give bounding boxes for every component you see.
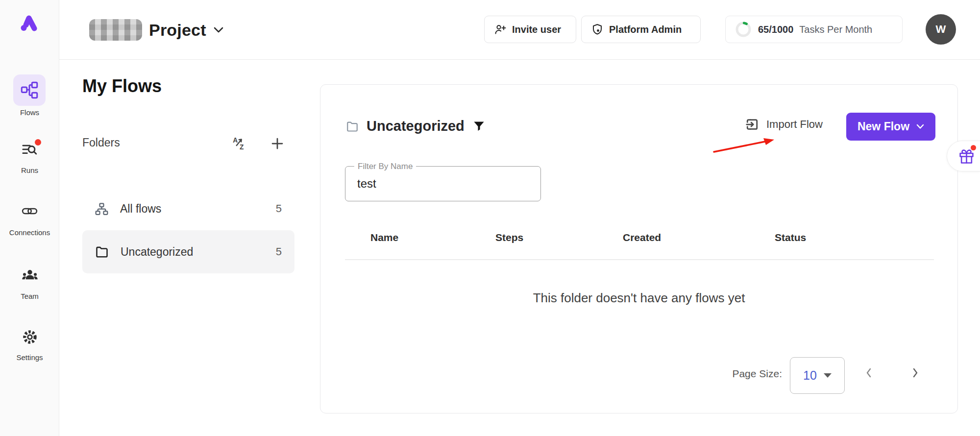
page-size-label: Page Size: (732, 368, 782, 380)
chevron-down-icon (916, 124, 924, 129)
folder-icon (95, 245, 109, 259)
tasks-usage-caption: Tasks Per Month (799, 24, 872, 35)
activepieces-logo-icon[interactable] (14, 9, 43, 38)
column-header-steps: Steps (495, 232, 523, 243)
flows-table-card: Uncategorized Import Flow New Flow (320, 84, 958, 413)
invite-user-button[interactable]: Invite user (484, 16, 576, 43)
sidebar: Flows Runs Connections (0, 0, 59, 436)
runs-notification-dot (35, 139, 41, 145)
sidebar-item-settings[interactable] (22, 329, 38, 347)
user-plus-icon (494, 24, 506, 35)
svg-text:Z: Z (240, 144, 244, 151)
new-flow-label: New Flow (858, 120, 909, 133)
sidebar-item-label: Runs (0, 166, 59, 174)
censored-project-name (89, 19, 142, 41)
table-header-row: Name Steps Created Status (320, 232, 957, 251)
next-page-button[interactable] (908, 364, 922, 382)
folder-count: 5 (276, 245, 282, 258)
project-title: Project (149, 21, 206, 40)
folder-name: All flows (120, 202, 161, 216)
card-folder-title: Uncategorized (367, 118, 465, 134)
folder-count: 5 (276, 202, 282, 215)
gift-icon (959, 149, 974, 164)
table-header-divider (345, 259, 934, 260)
sidebar-item-label: Settings (0, 353, 59, 362)
folder-item-uncategorized[interactable]: Uncategorized 5 (82, 230, 294, 273)
sidebar-item-label: Flows (0, 108, 59, 117)
filter-by-name-field: Filter By Name (345, 166, 541, 201)
folder-name: Uncategorized (121, 245, 193, 259)
project-switcher[interactable]: Project (89, 14, 224, 46)
user-avatar[interactable]: W (926, 14, 956, 45)
shield-icon (591, 24, 603, 35)
page-title: My Flows (82, 76, 162, 97)
tasks-usage-value: 65/1000 (758, 24, 793, 35)
folders-section-label: Folders (82, 136, 120, 149)
platform-admin-button[interactable]: Platform Admin (581, 16, 701, 43)
page-size-value: 10 (803, 368, 817, 383)
workflow-icon (21, 81, 38, 101)
sidebar-item-connections[interactable] (21, 204, 38, 220)
import-icon (745, 117, 760, 132)
all-flows-icon (95, 202, 108, 216)
import-flow-button[interactable]: Import Flow (745, 117, 823, 132)
chevron-down-icon (213, 26, 224, 33)
svg-text:A: A (233, 137, 238, 144)
previous-page-button[interactable] (862, 364, 876, 382)
folder-item-all-flows[interactable]: All flows 5 (82, 191, 294, 226)
import-flow-label: Import Flow (766, 118, 823, 131)
column-header-name: Name (370, 232, 398, 243)
column-header-created: Created (623, 232, 661, 243)
sidebar-item-runs[interactable] (22, 142, 38, 161)
platform-admin-label: Platform Admin (609, 24, 682, 35)
gift-notification-dot (971, 145, 976, 150)
folder-icon (346, 120, 359, 133)
top-header: Project Invite user Plat (59, 0, 980, 60)
empty-state-message: This folder doesn't have any flows yet (320, 291, 957, 306)
sidebar-item-team[interactable] (22, 267, 38, 284)
filter-funnel-icon[interactable] (472, 120, 486, 133)
add-folder-button[interactable] (270, 136, 285, 151)
caret-down-icon (824, 373, 832, 378)
activepieces-app: Flows Runs Connections (0, 0, 980, 436)
filter-by-name-input[interactable] (357, 167, 529, 201)
tasks-usage-pill[interactable]: 65/1000 Tasks Per Month (725, 16, 903, 43)
sidebar-item-label: Connections (0, 228, 59, 237)
sidebar-item-label: Team (0, 292, 59, 300)
column-header-status: Status (775, 232, 806, 243)
progress-ring-icon (735, 21, 752, 38)
whats-new-flyout[interactable] (947, 141, 980, 171)
pagination-bar: Page Size: 10 (320, 357, 957, 394)
invite-user-label: Invite user (512, 24, 561, 35)
new-flow-button[interactable]: New Flow (846, 113, 935, 141)
page-size-select[interactable]: 10 (790, 357, 845, 394)
sort-az-icon[interactable]: A Z (232, 136, 247, 150)
